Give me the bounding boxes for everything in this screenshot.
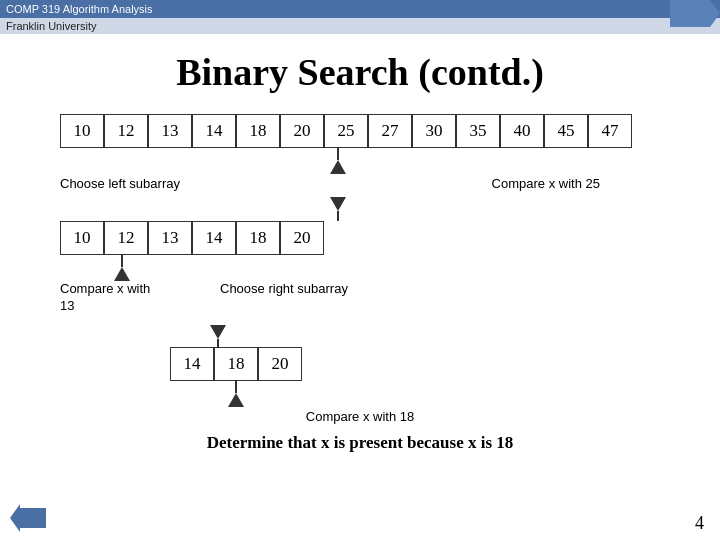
full-array-cell-12: 47 [588, 114, 632, 148]
full-array-cell-4: 18 [236, 114, 280, 148]
sub-array1: 101213141820 [60, 221, 660, 255]
slide-title: Binary Search (contd.) [60, 50, 660, 94]
sub-array2-cell-2: 20 [258, 347, 302, 381]
full-array-cell-3: 14 [192, 114, 236, 148]
sub-array2-cell-0: 14 [170, 347, 214, 381]
arrow-down-row2 [330, 197, 346, 221]
sub-array1-cell-1: 12 [104, 221, 148, 255]
compare-x-13-label: Compare x with 13 [60, 281, 180, 315]
full-array-cell-1: 12 [104, 114, 148, 148]
full-array-cell-9: 35 [456, 114, 500, 148]
svg-marker-1 [10, 504, 46, 532]
header-bar: COMP 319 Algorithm Analysis [0, 0, 720, 18]
university-name: Franklin University [6, 20, 96, 32]
determine-label: Determine that x is present because x is… [60, 433, 660, 453]
full-array-cell-5: 20 [280, 114, 324, 148]
page-number: 4 [695, 513, 704, 534]
sub-array2: 141820 [170, 347, 660, 381]
row2-arrow-down-container [60, 197, 660, 221]
arrow-row1 [60, 148, 660, 174]
full-array-cell-8: 30 [412, 114, 456, 148]
sub-array1-section: 101213141820 Compare x with 13 Choose ri… [60, 197, 660, 315]
sub-array1-cell-2: 13 [148, 221, 192, 255]
sub-bar: Franklin University [0, 18, 720, 34]
sub-array1-cell-3: 14 [192, 221, 236, 255]
arrow-row2 [60, 255, 660, 281]
row3-arrow-down-container [60, 325, 660, 347]
back-arrow[interactable] [10, 504, 46, 536]
full-array-section: 10121314182025273035404547 Choose left s… [60, 114, 660, 191]
annotations-row1: Choose left subarray Compare x with 25 [60, 176, 660, 191]
arrow-up-18 [228, 381, 244, 407]
sub-array2-section: 141820 Compare x with 18 [60, 325, 660, 425]
choose-right-label: Choose right subarray [220, 281, 348, 296]
compare-x-25-label: Compare x with 25 [492, 176, 600, 191]
full-array-cell-2: 13 [148, 114, 192, 148]
row2-annotations: Compare x with 13 Choose right subarray [60, 281, 660, 315]
svg-marker-0 [670, 0, 720, 27]
sub-array1-cell-0: 10 [60, 221, 104, 255]
sub-array1-cell-5: 20 [280, 221, 324, 255]
main-content: Binary Search (contd.) 10121314182025273… [0, 34, 720, 463]
full-array-cell-10: 40 [500, 114, 544, 148]
sub-array2-cell-1: 18 [214, 347, 258, 381]
full-array-cell-7: 27 [368, 114, 412, 148]
full-array: 10121314182025273035404547 [60, 114, 660, 148]
arrow-down-row3 [210, 325, 226, 347]
course-title: COMP 319 Algorithm Analysis [6, 3, 153, 15]
compare-x-18-label: Compare x with 18 [60, 407, 660, 425]
choose-left-label: Choose left subarray [60, 176, 180, 191]
arrow-up-25 [330, 148, 346, 174]
full-array-cell-11: 45 [544, 114, 588, 148]
full-array-cell-6: 25 [324, 114, 368, 148]
sub-array1-cell-4: 18 [236, 221, 280, 255]
arrow-up-13 [114, 255, 130, 281]
arrow-row3 [170, 381, 660, 407]
full-array-cell-0: 10 [60, 114, 104, 148]
